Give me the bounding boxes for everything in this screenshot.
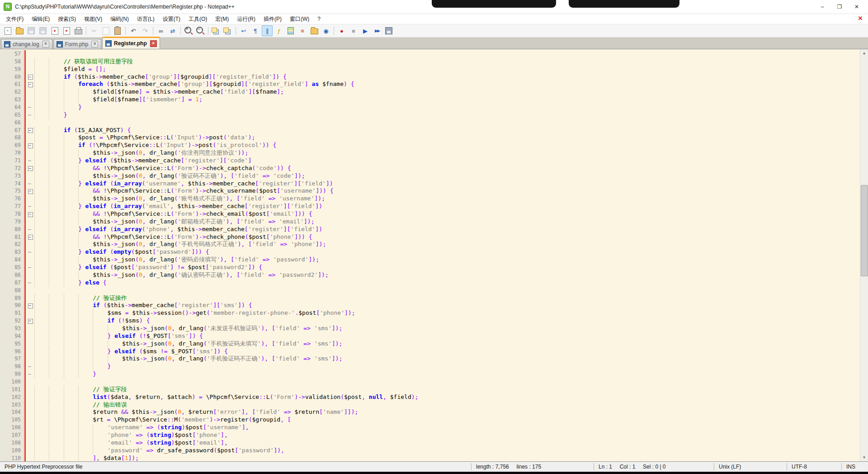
code-editor[interactable]: 5758 // 获取该组可用注册字段59 $field = [];60 if (… <box>0 49 860 461</box>
fold-collapse-icon[interactable] <box>28 319 33 324</box>
code-line-72[interactable]: 72 && !\Phpcmf\Service::L('Form')->check… <box>0 165 860 172</box>
tab-close-icon[interactable]: × <box>150 40 157 47</box>
menu-item-11[interactable]: 窗口(W) <box>286 14 313 24</box>
code-line-106[interactable]: 106 'username' => (string)$post['usernam… <box>0 424 860 431</box>
menu-item-3[interactable]: 视图(V) <box>80 14 106 24</box>
macro-run-multiple-button[interactable]: ▶▶ <box>372 25 382 36</box>
code-line-83[interactable]: 83 } elseif (empty($post['password'])) { <box>0 248 860 256</box>
code-line-75[interactable]: 75 && !\Phpcmf\Service::L('Form')->check… <box>0 187 860 195</box>
code-line-84[interactable]: 84 $this->_json(0, dr_lang('密码必须填写'), ['… <box>0 256 860 264</box>
code-line-85[interactable]: 85 } elseif ($post['password'] != $post[… <box>0 264 860 271</box>
code-line-101[interactable]: 101 // 验证字段 <box>0 386 860 393</box>
fold-collapse-icon[interactable] <box>28 166 33 171</box>
code-line-109[interactable]: 109 'password' => dr_safe_password($post… <box>0 447 860 455</box>
tab-close-icon[interactable]: × <box>42 41 49 47</box>
tab-form-php[interactable]: Form.php× <box>53 39 101 49</box>
code-line-71[interactable]: 71 } elseif ($this->member_cache['regist… <box>0 157 860 165</box>
save-file-button[interactable] <box>26 25 37 36</box>
code-line-59[interactable]: 59 $field = []; <box>0 66 860 73</box>
tab-close-icon[interactable]: × <box>91 41 98 47</box>
code-line-78[interactable]: 78 && !\Phpcmf\Service::L('Form')->check… <box>0 210 860 218</box>
code-line-70[interactable]: 70 $this->_json(0, dr_lang('你没有同意注册协议'))… <box>0 149 860 157</box>
code-line-97[interactable]: 97 $this->_json(0, dr_lang('手机验证码不正确'), … <box>0 355 860 363</box>
fold-collapse-icon[interactable] <box>28 189 33 194</box>
document-close-icon[interactable]: ✕ <box>856 15 864 22</box>
fold-collapse-icon[interactable] <box>28 82 33 87</box>
macro-save-button[interactable] <box>383 25 394 36</box>
code-line-62[interactable]: 62 $field[$fname] = $this->member_cache[… <box>0 88 860 96</box>
code-line-103[interactable]: 103 // 输出错误 <box>0 401 860 409</box>
scrollbar-thumb[interactable] <box>861 185 868 276</box>
zoom-in-button[interactable]: + <box>183 25 194 36</box>
fold-collapse-icon[interactable] <box>28 303 33 308</box>
vertical-scrollbar[interactable]: ▲ ▼ <box>860 49 868 461</box>
paste-button[interactable] <box>112 25 123 36</box>
indent-guide-button[interactable]: ∥ <box>262 25 273 36</box>
replace-button[interactable]: ⇄ <box>167 25 178 36</box>
code-line-94[interactable]: 94 } elseif (!$_POST['sms']) { <box>0 332 860 340</box>
monitoring-button[interactable]: ◉ <box>321 25 331 36</box>
menu-item-12[interactable]: ? <box>313 14 325 24</box>
print-button[interactable] <box>73 25 84 36</box>
code-line-102[interactable]: 102 list($data, $return, $attach) = \Php… <box>0 393 860 401</box>
code-line-58[interactable]: 58 // 获取该组可用注册字段 <box>0 58 860 66</box>
code-line-60[interactable]: 60 if ($this->member_cache['group'][$gro… <box>0 73 860 81</box>
code-line-57[interactable]: 57 <box>0 50 860 58</box>
document-list-button[interactable]: ≡ <box>297 25 308 36</box>
word-wrap-button[interactable]: ↩ <box>238 25 249 36</box>
code-line-108[interactable]: 108 'email' => (string)$post['email'], <box>0 439 860 447</box>
fold-collapse-icon[interactable] <box>28 235 33 240</box>
code-line-91[interactable]: 91 $sms = $this->session()->get('member-… <box>0 309 860 317</box>
menu-item-0[interactable]: 文件(F) <box>2 14 28 24</box>
code-line-99[interactable]: 99 } <box>0 370 860 378</box>
close-button[interactable]: ✕ <box>849 2 864 12</box>
macro-record-button[interactable]: ● <box>336 25 347 36</box>
code-line-100[interactable]: 100 <box>0 378 860 386</box>
code-line-81[interactable]: 81 && !\Phpcmf\Service::L('Form')->check… <box>0 233 860 241</box>
code-line-65[interactable]: 65 } <box>0 111 860 119</box>
code-line-63[interactable]: 63 $field[$fname]['ismember'] = 1; <box>0 96 860 104</box>
copy-button[interactable] <box>100 25 111 36</box>
code-line-82[interactable]: 82 $this->_json(0, dr_lang('手机号码格式不正确'),… <box>0 241 860 248</box>
code-line-87[interactable]: 87 } else { <box>0 279 860 287</box>
menu-item-8[interactable]: 宏(M) <box>211 14 233 24</box>
zoom-out-button[interactable]: − <box>195 25 206 36</box>
folder-as-workspace-button[interactable] <box>309 25 320 36</box>
code-line-80[interactable]: 80 } elseif (in_array('phone', $this->me… <box>0 226 860 233</box>
menu-item-6[interactable]: 设置(T) <box>159 14 184 24</box>
fold-collapse-icon[interactable] <box>28 128 33 133</box>
code-line-68[interactable]: 68 $post = \Phpcmf\Service::L('Input')->… <box>0 134 860 142</box>
maximize-button[interactable]: ❐ <box>832 2 847 12</box>
status-encoding[interactable]: UTF-8 <box>787 463 842 470</box>
scroll-up-arrow-icon[interactable]: ▲ <box>860 49 868 57</box>
new-file-button[interactable]: + <box>2 25 13 36</box>
code-line-93[interactable]: 93 $this->_json(0, dr_lang('未发送手机验证码'), … <box>0 325 860 332</box>
code-line-77[interactable]: 77 } elseif (in_array('email', $this->me… <box>0 203 860 210</box>
code-line-64[interactable]: 64 } <box>0 104 860 111</box>
status-eol-format[interactable]: Unix (LF) <box>714 463 787 470</box>
code-line-88[interactable]: 88 <box>0 287 860 294</box>
code-line-107[interactable]: 107 'phone' => (string)$post['phone'], <box>0 431 860 439</box>
code-line-66[interactable]: 66 <box>0 119 860 127</box>
menu-item-10[interactable]: 插件(P) <box>259 14 286 24</box>
macro-stop-button[interactable]: ■ <box>348 25 359 36</box>
redo-button[interactable]: ↷ <box>140 25 151 36</box>
code-line-76[interactable]: 76 $this->_json(0, dr_lang('账号格式不正确'), [… <box>0 195 860 203</box>
menu-item-9[interactable]: 运行(R) <box>233 14 259 24</box>
code-line-98[interactable]: 98 } <box>0 363 860 370</box>
menu-item-5[interactable]: 语言(L) <box>133 14 159 24</box>
minimize-button[interactable]: – <box>815 2 830 12</box>
document-map-button[interactable] <box>285 25 296 36</box>
sync-scroll-horizontal-button[interactable] <box>222 25 233 36</box>
function-list-button[interactable]: ƒ <box>274 25 284 36</box>
code-line-105[interactable]: 105 $rt = \Phpcmf\Service::M('member')->… <box>0 416 860 424</box>
code-line-67[interactable]: 67 if (IS_AJAX_POST) { <box>0 127 860 134</box>
fold-collapse-icon[interactable] <box>28 75 33 80</box>
code-line-73[interactable]: 73 $this->_json(0, dr_lang('验证码不正确'), ['… <box>0 172 860 180</box>
code-line-61[interactable]: 61 foreach ($this->member_cache['group']… <box>0 81 860 88</box>
scroll-down-arrow-icon[interactable]: ▼ <box>860 454 868 461</box>
code-line-86[interactable]: 86 $this->_json(0, dr_lang('确认密码不正确'), [… <box>0 271 860 279</box>
code-line-96[interactable]: 96 } elseif ($sms != $_POST['sms']) { <box>0 348 860 356</box>
save-all-button[interactable] <box>38 25 48 36</box>
macro-play-button[interactable]: ▶ <box>360 25 371 36</box>
